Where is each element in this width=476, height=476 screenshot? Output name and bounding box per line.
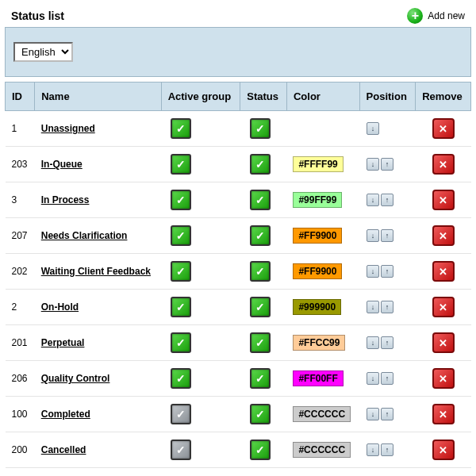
remove-button[interactable]: ✕ xyxy=(432,118,455,139)
cell-position: ↓↑ xyxy=(359,361,416,397)
checkmark-icon: ✓ xyxy=(255,122,265,135)
move-up-button[interactable]: ↑ xyxy=(381,408,393,420)
status-checkbox[interactable]: ✓ xyxy=(250,261,271,282)
cell-name: On-Hold xyxy=(35,290,161,325)
status-name-link[interactable]: Quality Control xyxy=(41,373,110,384)
table-row: 203In-Queue✓✓#FFFF99↓↑✕ xyxy=(6,147,471,182)
status-checkbox[interactable]: ✓ xyxy=(250,225,271,246)
checkmark-icon: ✓ xyxy=(255,336,265,349)
active-checkbox[interactable]: ✓ xyxy=(171,332,191,353)
status-name-link[interactable]: In Process xyxy=(41,194,90,205)
cell-active: ✓ xyxy=(161,147,240,182)
cell-remove: ✕ xyxy=(416,147,471,182)
color-chip[interactable]: #CCCCCC xyxy=(293,442,351,458)
col-color: Color xyxy=(286,83,359,111)
color-chip[interactable]: #999900 xyxy=(293,299,341,315)
move-up-button[interactable]: ↑ xyxy=(381,301,393,313)
close-icon: ✕ xyxy=(439,123,447,135)
active-checkbox[interactable]: ✓ xyxy=(171,297,191,317)
checkmark-icon: ✓ xyxy=(255,229,265,242)
move-up-button[interactable]: ↑ xyxy=(381,336,393,349)
color-chip[interactable]: #FF9900 xyxy=(293,228,342,244)
cell-id: 1 xyxy=(6,111,35,147)
status-name-link[interactable]: Cancelled xyxy=(41,444,86,455)
move-down-button[interactable]: ↓ xyxy=(367,443,379,456)
move-up-button[interactable]: ↑ xyxy=(381,443,393,456)
active-checkbox[interactable]: ✓ xyxy=(171,368,191,389)
color-chip[interactable]: #CCCCCC xyxy=(293,406,351,422)
status-checkbox[interactable]: ✓ xyxy=(250,154,271,175)
cell-position: ↓↑ xyxy=(359,432,416,468)
move-down-button[interactable]: ↓ xyxy=(367,229,379,242)
remove-button[interactable]: ✕ xyxy=(432,404,455,424)
color-chip[interactable]: #FF9900 xyxy=(293,263,342,279)
remove-button[interactable]: ✕ xyxy=(432,190,455,210)
remove-button[interactable]: ✕ xyxy=(432,368,455,389)
move-up-button[interactable]: ↑ xyxy=(381,194,393,206)
remove-button[interactable]: ✕ xyxy=(432,154,455,175)
status-name-link[interactable]: Waiting Client Feedback xyxy=(41,266,151,277)
remove-button[interactable]: ✕ xyxy=(432,440,455,460)
table-row: 3In Process✓✓#99FF99↓↑✕ xyxy=(6,182,471,218)
cell-id: 203 xyxy=(6,147,35,182)
status-name-link[interactable]: On-Hold xyxy=(41,301,79,313)
active-checkbox[interactable]: ✓ xyxy=(171,404,191,424)
status-name-link[interactable]: Completed xyxy=(41,409,90,420)
remove-button[interactable]: ✕ xyxy=(432,225,455,246)
status-name-link[interactable]: Unassigned xyxy=(41,123,95,134)
add-new-button[interactable]: + Add new xyxy=(407,8,465,24)
move-up-button[interactable]: ↑ xyxy=(381,158,393,171)
active-checkbox[interactable]: ✓ xyxy=(171,190,191,210)
move-down-button[interactable]: ↓ xyxy=(367,194,379,206)
move-up-button[interactable]: ↑ xyxy=(381,229,393,242)
cell-position: ↓↑ xyxy=(359,397,416,432)
checkmark-icon: ✓ xyxy=(176,122,186,135)
active-checkbox[interactable]: ✓ xyxy=(171,261,191,282)
status-checkbox[interactable]: ✓ xyxy=(250,297,271,317)
active-checkbox[interactable]: ✓ xyxy=(171,118,191,139)
active-checkbox[interactable]: ✓ xyxy=(171,440,191,460)
language-select[interactable]: English xyxy=(13,42,73,62)
col-remove: Remove xyxy=(416,83,471,111)
status-name-link[interactable]: In-Queue xyxy=(41,159,83,170)
table-row: 201Perpetual✓✓#FFCC99↓↑✕ xyxy=(6,325,471,361)
cell-name: Unassigned xyxy=(35,111,161,147)
move-down-button[interactable]: ↓ xyxy=(367,122,379,135)
checkmark-icon: ✓ xyxy=(176,372,186,385)
status-checkbox[interactable]: ✓ xyxy=(250,440,271,460)
table-row: 100Completed✓✓#CCCCCC↓↑✕ xyxy=(6,397,471,432)
status-checkbox[interactable]: ✓ xyxy=(250,332,271,353)
status-checkbox[interactable]: ✓ xyxy=(250,368,271,389)
status-checkbox[interactable]: ✓ xyxy=(250,404,271,424)
active-checkbox[interactable]: ✓ xyxy=(171,225,191,246)
cell-status: ✓ xyxy=(240,218,287,254)
color-chip[interactable]: #FF00FF xyxy=(293,370,343,386)
move-down-button[interactable]: ↓ xyxy=(367,336,379,349)
remove-button[interactable]: ✕ xyxy=(432,332,455,353)
move-down-button[interactable]: ↓ xyxy=(367,408,379,420)
move-down-button[interactable]: ↓ xyxy=(367,158,379,171)
active-checkbox[interactable]: ✓ xyxy=(171,154,191,175)
status-checkbox[interactable]: ✓ xyxy=(250,118,271,139)
cell-id: 201 xyxy=(6,325,35,361)
remove-button[interactable]: ✕ xyxy=(432,297,455,317)
color-chip[interactable]: #FFCC99 xyxy=(293,335,345,351)
move-down-button[interactable]: ↓ xyxy=(367,372,379,385)
table-row: 1Unassigned✓✓↓✕ xyxy=(6,111,471,147)
color-chip[interactable]: #FFFF99 xyxy=(293,156,343,172)
status-name-link[interactable]: Perpetual xyxy=(41,337,85,348)
move-down-button[interactable]: ↓ xyxy=(367,265,379,278)
move-up-button[interactable]: ↑ xyxy=(381,265,393,278)
status-name-link[interactable]: Needs Clarification xyxy=(41,230,128,241)
remove-button[interactable]: ✕ xyxy=(432,261,455,282)
checkmark-icon: ✓ xyxy=(255,443,265,456)
table-row: 2On-Hold✓✓#999900↓↑✕ xyxy=(6,290,471,325)
move-down-button[interactable]: ↓ xyxy=(367,301,379,313)
color-chip[interactable]: #99FF99 xyxy=(293,192,342,208)
status-checkbox[interactable]: ✓ xyxy=(250,190,271,210)
cell-active: ✓ xyxy=(161,397,240,432)
checkmark-icon: ✓ xyxy=(255,158,265,171)
move-up-button[interactable]: ↑ xyxy=(381,372,393,385)
table-row: 207Needs Clarification✓✓#FF9900↓↑✕ xyxy=(6,218,471,254)
col-pos: Position xyxy=(359,83,416,111)
